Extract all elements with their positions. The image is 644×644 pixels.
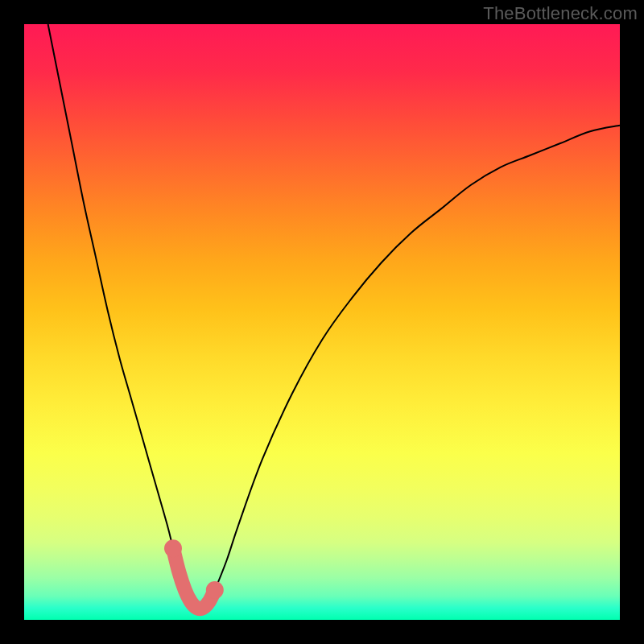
highlight-dot-left: [164, 539, 182, 557]
watermark-text: TheBottleneck.com: [483, 3, 638, 24]
bottleneck-curve: [48, 24, 620, 609]
chart-svg: [24, 24, 620, 620]
highlight-region: [173, 548, 215, 609]
highlight-dot-right: [206, 581, 224, 599]
chart-frame: { "watermark": "TheBottleneck.com", "col…: [0, 0, 644, 644]
